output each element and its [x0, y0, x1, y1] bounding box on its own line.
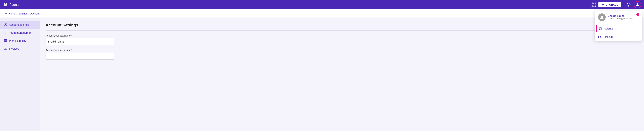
back-button[interactable]: ←: [4, 12, 8, 16]
user-dropdown-menu: 1 Shadid Fauna shadid.haque@fauna.com 2 …: [595, 10, 642, 41]
main-content: Account Settings Account contact name* A…: [40, 18, 644, 131]
account-name-input[interactable]: [46, 38, 114, 45]
svg-point-6: [6, 32, 6, 32]
app-name: Fauna: [10, 3, 18, 7]
sidebar-item-label: Team management: [9, 31, 32, 34]
dropdown-user-email: shadid.haque@fauna.com: [608, 17, 633, 20]
sidebar-item-plans-billing[interactable]: Plans & Billing: [0, 36, 40, 44]
dropdown-signout-button[interactable]: Sign Out: [595, 33, 642, 41]
upgrade-label: UPGRADE: [606, 4, 618, 6]
account-settings-icon: [4, 23, 7, 26]
svg-point-2: [637, 4, 638, 5]
settings-gear-icon: [599, 27, 602, 30]
plan-info: plan Team: [591, 2, 596, 8]
page-title: Account Settings: [46, 23, 638, 30]
upgrade-button[interactable]: UPGRADE: [598, 2, 621, 8]
help-button[interactable]: ?: [626, 2, 632, 8]
sidebar-item-team-management[interactable]: Team management: [0, 28, 40, 36]
svg-point-4: [6, 23, 6, 24]
svg-text:$: $: [6, 48, 7, 50]
sidebar-item-invoices[interactable]: $ Invoices: [0, 44, 40, 52]
name-form-group: Account contact name*: [46, 34, 638, 45]
dropdown-user-header: Shadid Fauna shadid.haque@fauna.com: [595, 10, 642, 24]
page-layout: Account settings Team management Plans &…: [0, 18, 644, 131]
dropdown-badge-2: 2: [638, 25, 639, 28]
sidebar-item-label: Plans & Billing: [9, 39, 26, 42]
dropdown-user-name: Shadid Fauna: [608, 14, 633, 17]
email-form-group: Account contact email*: [46, 49, 638, 60]
svg-rect-9: [4, 47, 6, 50]
plan-label: plan: [591, 2, 596, 5]
svg-point-11: [601, 16, 603, 17]
email-label: Account contact email*: [46, 49, 638, 52]
billing-icon: [4, 39, 7, 42]
svg-point-12: [600, 28, 601, 29]
signout-label: Sign Out: [604, 36, 613, 38]
name-label: Account contact name*: [46, 34, 638, 37]
user-icon: [636, 3, 640, 7]
dropdown-settings-button[interactable]: Settings: [596, 25, 640, 32]
top-navigation: Fauna plan Team UPGRADE ?: [0, 0, 644, 10]
dropdown-avatar: [598, 14, 606, 21]
svg-point-5: [4, 32, 5, 32]
nav-divider: [623, 2, 624, 8]
dropdown-user-info: Shadid Fauna shadid.haque@fauna.com: [608, 14, 633, 20]
app-logo: Fauna: [3, 2, 591, 7]
breadcrumb-sep2: /: [28, 12, 29, 15]
breadcrumb: ← Home / Settings / Account: [0, 10, 644, 18]
account-email-input[interactable]: [46, 53, 114, 60]
dropdown-badge-1: 1: [636, 13, 639, 16]
plan-name: Team: [591, 5, 596, 8]
breadcrumb-settings[interactable]: Settings: [18, 12, 28, 15]
fauna-bird-icon: [3, 2, 8, 7]
sidebar-item-account-settings[interactable]: Account settings: [0, 21, 40, 28]
user-menu-wrapper: [634, 1, 641, 8]
sidebar: Account settings Team management Plans &…: [0, 18, 40, 131]
email-required: *: [71, 49, 72, 52]
sidebar-item-label: Account settings: [9, 23, 29, 26]
upgrade-bird-icon: [601, 3, 604, 6]
user-avatar-button[interactable]: [634, 1, 641, 8]
team-icon: [4, 31, 7, 34]
svg-point-3: [5, 24, 6, 24]
dropdown-user-avatar-icon: [600, 15, 604, 20]
sidebar-item-label: Invoices: [9, 47, 19, 50]
name-required: *: [71, 34, 72, 37]
topnav-right: plan Team UPGRADE ?: [591, 1, 641, 8]
settings-label: Settings: [604, 27, 614, 30]
breadcrumb-current: Account: [30, 12, 40, 15]
signout-icon: [598, 35, 601, 38]
breadcrumb-home[interactable]: Home: [9, 12, 15, 15]
invoices-icon: $: [4, 47, 7, 50]
svg-text:?: ?: [628, 4, 629, 6]
back-arrow-icon: ←: [4, 12, 8, 16]
question-icon: ?: [627, 3, 630, 7]
breadcrumb-sep1: /: [16, 12, 17, 15]
svg-rect-8: [4, 40, 7, 41]
